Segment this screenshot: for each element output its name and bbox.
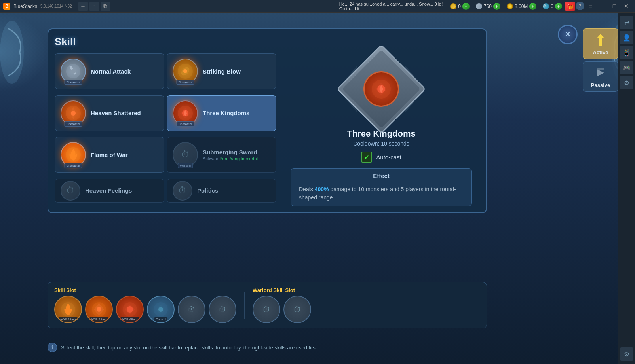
- skill-detail-panel: Three Kingdoms Cooldown: 10 seconds ✓ Au…: [283, 53, 480, 206]
- skill-icon-wrap-flame-of-war: Character: [61, 142, 86, 167]
- heaven-shattered-tag: Character: [64, 121, 82, 127]
- gold-icon: [507, 3, 513, 9]
- svg-point-9: [71, 111, 76, 116]
- svg-point-4: [71, 69, 76, 74]
- diamond-inner-icon: [363, 71, 399, 107]
- notification-bar: He... 24 has su...oned a... carry... und…: [339, 2, 562, 11]
- skill-slot-3[interactable]: AOE Attack: [116, 296, 144, 323]
- help-icon[interactable]: ?: [576, 2, 584, 10]
- gold-value: 8.60M: [515, 4, 528, 9]
- three-kingdoms-info: Three Kingdoms: [203, 110, 249, 116]
- politics-name: Politics: [197, 187, 218, 194]
- gift-icon[interactable]: 🎁: [565, 2, 575, 11]
- skill-slot-4[interactable]: Control: [147, 296, 175, 323]
- warlord-slot-2[interactable]: ⏱: [283, 296, 311, 323]
- skill-icon-wrap-normal-attack: Character: [61, 59, 86, 84]
- empty-slot-icon-6: ⏱: [219, 305, 226, 314]
- striking-blow-tag: Character: [176, 80, 194, 85]
- skill-slot-bar: Skill Slot AOE Attack AOE Attack AOE Att…: [48, 282, 487, 328]
- menu-button[interactable]: ≡: [585, 2, 596, 10]
- skill-type-panel: Active Passive: [583, 28, 618, 92]
- svg-point-7: [183, 69, 187, 73]
- sidebar-icon-4[interactable]: 🎮: [620, 61, 633, 74]
- close-window-button[interactable]: ✕: [621, 2, 632, 10]
- panel-title: Skill: [55, 36, 480, 48]
- back-button[interactable]: ←: [78, 2, 88, 11]
- heaven-shattered-name: Heaven Shattered: [91, 110, 141, 116]
- minimize-button[interactable]: −: [597, 2, 608, 10]
- heaven-feelings-name: Heaven Feelings: [85, 187, 132, 194]
- warlord-slot-1[interactable]: ⏱: [253, 296, 280, 323]
- flame-of-war-name: Flame of War: [91, 152, 128, 158]
- coin2-add-button[interactable]: +: [493, 3, 500, 10]
- slot-2-badge: AOE Attack: [89, 317, 109, 322]
- passive-type-label: Passive: [591, 82, 610, 88]
- info-text: Select the skill, then tap on any slot o…: [61, 345, 317, 351]
- sidebar-icon-bottom[interactable]: ⚙: [620, 347, 633, 361]
- snow-add-button[interactable]: +: [555, 3, 562, 10]
- home-button[interactable]: ⌂: [89, 2, 99, 11]
- slot-4-badge: Control: [154, 317, 167, 322]
- skill-slot-6[interactable]: ⏱: [209, 296, 236, 323]
- normal-attack-tag: Character: [64, 80, 82, 85]
- notif-text: He... 24 has su...oned a... carry... und…: [339, 2, 444, 11]
- skill-slot-1[interactable]: AOE Attack: [54, 296, 82, 323]
- skill-cell-flame-of-war[interactable]: Character Flame of War: [55, 137, 164, 173]
- detail-icon-container: [346, 53, 417, 125]
- slot-1-badge: AOE Attack: [59, 317, 78, 322]
- skill-slot-title: Skill Slot: [54, 287, 236, 293]
- copy-button[interactable]: ⧉: [101, 2, 110, 11]
- sidebar-icon-1[interactable]: ⇄: [620, 16, 633, 29]
- maximize-button[interactable]: □: [609, 2, 620, 10]
- skill-cell-normal-attack[interactable]: Character Normal Attack: [55, 53, 164, 89]
- striking-blow-info: Striking Blow: [203, 68, 241, 75]
- app-icon: B: [3, 3, 10, 10]
- autocast-row: ✓ Auto-cast: [361, 152, 401, 163]
- skill-slot-5[interactable]: ⏱: [178, 296, 205, 323]
- app-version: 5.9.140.1014 N32: [40, 4, 72, 8]
- window-controls: 🎁 ? ≡ − □ ✕: [565, 2, 632, 11]
- type-button-passive[interactable]: Passive: [583, 61, 618, 92]
- coin1-value: 0: [458, 4, 461, 9]
- skill-panel: Skill Character Normal Attack: [48, 28, 487, 213]
- info-bar: ℹ Select the skill, then tap on any slot…: [48, 343, 487, 352]
- skill-cell-politics[interactable]: ⏱ Politics: [167, 179, 276, 203]
- slot-3-badge: AOE Attack: [120, 317, 140, 322]
- skill-cell-striking-blow[interactable]: Character Striking Blow: [167, 53, 276, 89]
- sidebar-icon-5[interactable]: ⚙: [620, 76, 633, 89]
- skill-cell-three-kingdoms[interactable]: Character Three Kingdoms: [167, 95, 276, 131]
- autocast-checkbox[interactable]: ✓: [361, 152, 372, 163]
- warlord-empty-icon-1: ⏱: [262, 305, 270, 314]
- warlord-slot-icons: ⏱ ⏱: [253, 296, 311, 323]
- gold-add-button[interactable]: +: [529, 3, 536, 10]
- sidebar-icon-2[interactable]: 👤: [620, 31, 633, 44]
- app-title: BlueStacks: [13, 4, 37, 9]
- normal-attack-info: Normal Attack: [91, 68, 131, 75]
- skill-slot-icons: AOE Attack AOE Attack AOE Attack Control: [54, 296, 236, 323]
- game-area: ✕ Skill Character Normal Attack: [0, 13, 635, 364]
- coin1-icon: [450, 3, 456, 9]
- lock-symbol: ⏱: [181, 150, 190, 160]
- coin2-value: 760: [484, 4, 492, 9]
- skill-cell-heaven-feelings[interactable]: ⏱ Heaven Feelings: [55, 179, 164, 203]
- heaven-feelings-icon: ⏱: [61, 181, 80, 201]
- autocast-label: Auto-cast: [376, 154, 401, 161]
- skill-slot-2[interactable]: AOE Attack: [85, 296, 113, 323]
- submerging-sword-name: Submerging Sword: [203, 149, 258, 155]
- sidebar-icon-3[interactable]: 📱: [620, 46, 633, 59]
- submerging-sword-tag: Warlord: [178, 163, 193, 168]
- svg-point-19: [127, 306, 133, 313]
- skill-cell-heaven-shattered[interactable]: Character Heaven Shattered: [55, 95, 164, 131]
- three-kingdoms-name: Three Kingdoms: [203, 110, 249, 116]
- skill-icon-wrap-politics: ⏱: [173, 181, 192, 201]
- right-sidebar: ⇄ 👤 📱 🎮 ⚙ ⚙: [618, 13, 635, 364]
- warlord-slot-title: Warlord Skill Slot: [253, 287, 311, 293]
- close-panel-button[interactable]: ✕: [558, 25, 578, 44]
- type-button-active[interactable]: Active: [583, 28, 618, 59]
- skill-cooldown: Cooldown: 10 seconds: [353, 140, 409, 147]
- coin1-add-button[interactable]: +: [462, 3, 470, 10]
- heaven-shattered-info: Heaven Shattered: [91, 110, 141, 116]
- snow-value: 0: [551, 4, 553, 9]
- skill-cell-submerging-sword[interactable]: ⏱ Warlord Submerging Sword Activate Pure…: [167, 137, 276, 173]
- submerging-sword-desc: Activate Pure Yang Immortal: [203, 156, 258, 161]
